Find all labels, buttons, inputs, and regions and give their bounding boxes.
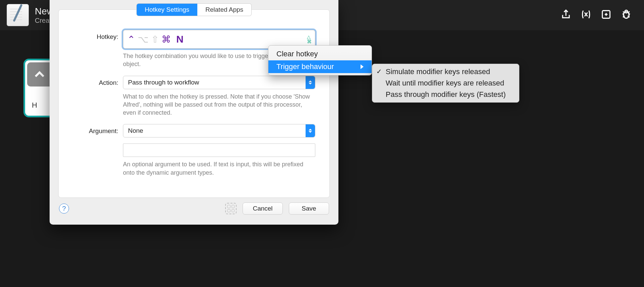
control-mod-icon bbox=[27, 62, 52, 87]
argument-row: Argument: None An optional argument to b… bbox=[73, 124, 315, 177]
command-icon: ⌘ bbox=[162, 34, 171, 45]
trigger-behaviour-submenu: Simulate modifier keys released Wait unt… bbox=[372, 64, 519, 103]
sheet-footer: ? Cancel Save bbox=[50, 198, 338, 215]
save-button[interactable]: Save bbox=[289, 203, 329, 215]
grid-icon[interactable] bbox=[225, 203, 237, 214]
action-help: What to do when the hotkey is pressed. N… bbox=[123, 93, 315, 117]
submenu-simulate-released[interactable]: Simulate modifier keys released bbox=[372, 66, 519, 77]
node-letter: H bbox=[32, 101, 37, 110]
menu-item-label: Clear hotkey bbox=[276, 50, 318, 58]
tab-hotkey-settings[interactable]: Hotkey Settings bbox=[137, 4, 197, 16]
hotkey-label: Hotkey: bbox=[73, 30, 123, 41]
action-value: Pass through to workflow bbox=[128, 79, 199, 86]
submenu-pass-through[interactable]: Pass through modifier keys (Fastest) bbox=[372, 89, 519, 100]
control-icon: ⌃ bbox=[127, 34, 135, 45]
tab-related-apps[interactable]: Related Apps bbox=[197, 4, 251, 16]
menu-clear-hotkey[interactable]: Clear hotkey bbox=[268, 48, 372, 60]
action-select[interactable]: Pass through to workflow bbox=[123, 76, 315, 89]
menu-trigger-behaviour[interactable]: Trigger behaviour bbox=[268, 60, 372, 73]
action-row: Action: Pass through to workflow What to… bbox=[73, 76, 315, 117]
share-icon[interactable] bbox=[560, 9, 572, 21]
hotkey-modifiers: ⌃ ⌥ ⇧ ⌘ N bbox=[127, 34, 184, 45]
variable-icon[interactable] bbox=[580, 9, 592, 21]
workflow-hotkey-node[interactable]: H bbox=[23, 59, 52, 117]
argument-text-input[interactable] bbox=[123, 144, 315, 157]
settings-tabs: Hotkey Settings Related Apps bbox=[137, 4, 251, 16]
app-icon bbox=[7, 4, 29, 26]
passthrough-indicator-icon[interactable]: △⌘ bbox=[307, 35, 312, 44]
toolbar-icons bbox=[560, 9, 637, 21]
sheet-body: Hotkey Settings Related Apps Hotkey: ⌃ ⌥… bbox=[58, 9, 330, 198]
argument-select[interactable]: None bbox=[123, 124, 315, 137]
shift-icon: ⇧ bbox=[151, 34, 159, 45]
action-label: Action: bbox=[73, 76, 123, 87]
submenu-arrow-icon bbox=[361, 64, 364, 69]
add-panel-icon[interactable] bbox=[600, 9, 612, 21]
hotkey-key: N bbox=[176, 34, 184, 45]
argument-value: None bbox=[128, 127, 143, 134]
argument-label: Argument: bbox=[73, 124, 123, 135]
option-icon: ⌥ bbox=[138, 34, 148, 45]
help-button[interactable]: ? bbox=[59, 204, 69, 214]
hotkey-context-menu: Clear hotkey Trigger behaviour bbox=[268, 45, 372, 75]
submenu-wait-released[interactable]: Wait until modifier keys are released bbox=[372, 77, 519, 89]
argument-help: An optional argument to be used. If text… bbox=[123, 160, 315, 177]
chevron-updown-icon bbox=[306, 76, 315, 89]
bug-icon[interactable] bbox=[621, 9, 632, 21]
cancel-button[interactable]: Cancel bbox=[243, 203, 283, 215]
menu-item-label: Trigger behaviour bbox=[276, 62, 334, 71]
hotkey-settings-sheet: Hotkey Settings Related Apps Hotkey: ⌃ ⌥… bbox=[50, 0, 338, 225]
chevron-updown-icon bbox=[306, 124, 315, 137]
